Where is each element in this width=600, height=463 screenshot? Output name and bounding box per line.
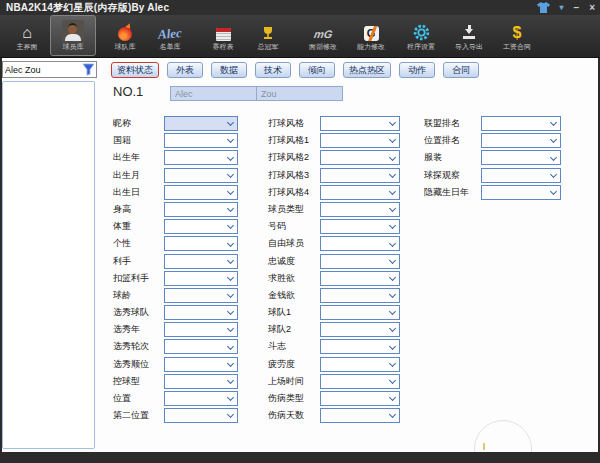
player-search-box — [2, 61, 97, 78]
field-dropdown[interactable] — [320, 150, 400, 165]
field-dropdown[interactable] — [481, 185, 561, 200]
field-dropdown[interactable] — [320, 391, 400, 406]
gear-icon — [398, 16, 444, 41]
toolbar-item-schedule[interactable]: 赛程表 — [200, 16, 246, 55]
tab-tendency[interactable]: 倾向 — [299, 62, 335, 78]
field-dropdown[interactable] — [320, 185, 400, 200]
field-label: 出生日 — [113, 185, 140, 200]
field-dropdown[interactable] — [481, 116, 561, 131]
toolbar-item-salary[interactable]: $ 工资合同 — [494, 16, 540, 55]
field-label: 选秀球队 — [113, 305, 149, 320]
field-dropdown[interactable] — [164, 202, 238, 217]
player-list[interactable] — [2, 81, 95, 449]
field-dropdown[interactable] — [164, 339, 238, 354]
field-dropdown[interactable] — [320, 305, 400, 320]
tab-appearance[interactable]: 外表 — [167, 62, 203, 78]
minimize-button[interactable]: – — [574, 0, 580, 15]
menu-dropdown-button[interactable]: ▾ — [560, 0, 564, 15]
field-label: 第二位置 — [113, 408, 149, 423]
field-dropdown[interactable] — [164, 408, 238, 423]
field-dropdown[interactable] — [164, 374, 238, 389]
toolbar-item-settings[interactable]: 程序设置 — [398, 16, 444, 55]
download-icon — [446, 16, 492, 41]
field-label: 球队1 — [268, 305, 291, 320]
toolbar-item-export[interactable]: 导入导出 — [446, 16, 492, 55]
field-dropdown[interactable] — [164, 322, 238, 337]
field-label: 打球风格3 — [268, 168, 309, 183]
chevron-down-icon — [389, 394, 396, 401]
field-dropdown[interactable] — [320, 168, 400, 183]
jersey-icon[interactable] — [537, 2, 550, 13]
toolbar-item-player[interactable]: 球员库 — [50, 15, 96, 56]
chevron-down-icon — [227, 119, 234, 126]
chevron-down-icon — [227, 411, 234, 418]
field-label: 球探观察 — [424, 168, 460, 183]
field-dropdown[interactable] — [164, 185, 238, 200]
field-dropdown[interactable] — [320, 219, 400, 234]
field-dropdown[interactable] — [320, 202, 400, 217]
field-dropdown[interactable] — [481, 168, 561, 183]
toolbar-item-team[interactable]: 球队库 — [102, 16, 148, 55]
chevron-down-icon — [227, 239, 234, 246]
toolbar-item-trophy[interactable]: 总冠军 — [245, 16, 291, 55]
field-dropdown[interactable] — [164, 219, 238, 234]
form-row: 体重 — [113, 219, 238, 234]
tab-contract[interactable]: 合同 — [443, 62, 479, 78]
field-dropdown[interactable] — [481, 133, 561, 148]
field-dropdown[interactable] — [320, 254, 400, 269]
chevron-down-icon — [227, 377, 234, 384]
form-row: 打球风格4 — [268, 185, 400, 200]
field-dropdown[interactable] — [320, 408, 400, 423]
field-dropdown[interactable] — [164, 116, 238, 131]
field-dropdown[interactable] — [164, 150, 238, 165]
field-dropdown[interactable] — [164, 236, 238, 251]
chevron-down-icon — [389, 239, 396, 246]
field-dropdown[interactable] — [164, 305, 238, 320]
field-dropdown[interactable] — [481, 150, 561, 165]
field-label: 疲劳度 — [268, 357, 295, 372]
chevron-down-icon — [227, 325, 234, 332]
field-dropdown[interactable] — [164, 133, 238, 148]
toolbar-item-label: 能力修改 — [348, 43, 394, 51]
field-dropdown[interactable] — [320, 236, 400, 251]
chevron-down-icon — [389, 291, 396, 298]
filter-funnel-icon[interactable] — [82, 63, 95, 76]
field-dropdown[interactable] — [320, 133, 400, 148]
toolbar-item-face-mod[interactable]: mG 面部修改 — [300, 16, 346, 55]
chevron-down-icon — [550, 154, 557, 161]
first-name-field[interactable] — [170, 86, 257, 101]
field-dropdown[interactable] — [164, 271, 238, 286]
tab-profile-status[interactable]: 资料状态 — [111, 62, 159, 78]
toolbar-item-home[interactable]: ⌂ 主界面 — [4, 16, 50, 55]
field-dropdown[interactable] — [164, 254, 238, 269]
tab-data[interactable]: 数据 — [211, 62, 247, 78]
field-dropdown[interactable] — [320, 357, 400, 372]
field-label: 斗志 — [268, 339, 286, 354]
field-dropdown[interactable] — [320, 271, 400, 286]
close-button[interactable]: × — [589, 0, 595, 15]
field-label: 伤病天数 — [268, 408, 304, 423]
search-input[interactable] — [3, 65, 82, 75]
field-dropdown[interactable] — [164, 391, 238, 406]
chevron-down-icon — [389, 343, 396, 350]
field-dropdown[interactable] — [164, 288, 238, 303]
heat-logo-icon — [102, 16, 148, 41]
tab-animations[interactable]: 动作 — [399, 62, 435, 78]
field-dropdown[interactable] — [320, 339, 400, 354]
field-dropdown[interactable] — [320, 116, 400, 131]
chevron-down-icon — [227, 308, 234, 315]
field-dropdown[interactable] — [320, 374, 400, 389]
field-dropdown[interactable] — [320, 288, 400, 303]
field-dropdown[interactable] — [320, 322, 400, 337]
tab-hotzones[interactable]: 热点热区 — [343, 62, 391, 78]
toolbar-item-ability[interactable]: G 能力修改 — [348, 16, 394, 55]
field-label: 位置 — [113, 391, 131, 406]
alec-signature-icon: Alec — [147, 16, 193, 41]
field-dropdown[interactable] — [164, 168, 238, 183]
tab-skill[interactable]: 技术 — [255, 62, 291, 78]
field-dropdown[interactable] — [164, 357, 238, 372]
form-row: 个性 — [113, 236, 238, 251]
toolbar-item-roster[interactable]: Alec 名单库 — [147, 16, 193, 55]
last-name-field[interactable] — [256, 86, 343, 101]
chevron-down-icon — [389, 205, 396, 212]
